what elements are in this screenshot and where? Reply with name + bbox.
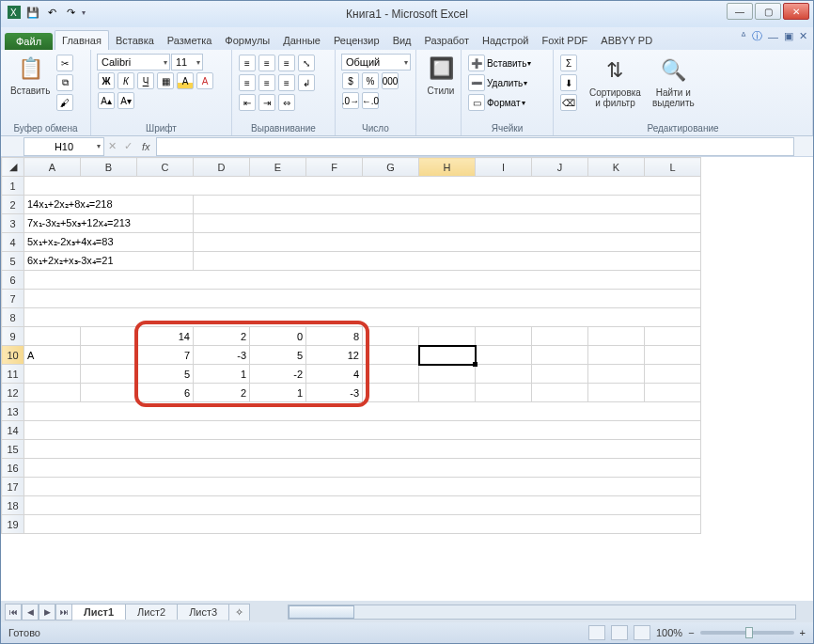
align-mid-icon[interactable]: ≡ (258, 55, 275, 71)
row-14[interactable]: 14 (2, 421, 24, 440)
col-A[interactable]: A (24, 158, 81, 177)
font-color-icon[interactable]: A (196, 72, 213, 89)
wrap-text-icon[interactable]: ↲ (298, 74, 315, 91)
cells-delete-button[interactable]: ➖Удалить▾ (467, 73, 527, 92)
col-F[interactable]: F (306, 158, 363, 177)
fill-icon[interactable]: ⬇ (560, 74, 577, 91)
row-11[interactable]: 11 (2, 365, 24, 384)
row-16[interactable]: 16 (2, 459, 24, 478)
align-center-icon[interactable]: ≡ (258, 74, 275, 91)
hscroll-thumb[interactable] (289, 605, 354, 619)
sheet-tab-3[interactable]: Лист3 (177, 604, 229, 620)
zoom-in-button[interactable]: + (800, 627, 806, 638)
formula-input[interactable] (156, 137, 794, 156)
sheet-tab-1[interactable]: Лист1 (71, 604, 126, 620)
tab-view[interactable]: Вид (386, 31, 418, 50)
format-painter-icon[interactable]: 🖌 (56, 94, 73, 111)
clear-icon[interactable]: ⌫ (560, 94, 577, 111)
cell-E12[interactable]: 1 (250, 384, 306, 402)
cell-C11[interactable]: 5 (137, 365, 194, 384)
align-top-icon[interactable]: ≡ (239, 55, 256, 71)
increase-font-icon[interactable]: A▴ (98, 92, 115, 109)
col-H[interactable]: H (419, 158, 476, 177)
tab-file[interactable]: Файл (5, 33, 53, 50)
minimize-button[interactable]: — (727, 3, 753, 20)
autosum-icon[interactable]: Σ (560, 55, 577, 71)
cell-H10-selected[interactable] (419, 346, 476, 365)
inc-decimal-icon[interactable]: .0→ (342, 92, 359, 109)
cell-C9[interactable]: 14 (137, 327, 194, 346)
tab-addins[interactable]: Надстрой (476, 31, 535, 50)
col-G[interactable]: G (363, 158, 419, 177)
row-7[interactable]: 7 (2, 290, 24, 308)
currency-icon[interactable]: $ (342, 72, 359, 89)
row-9[interactable]: 9 (2, 327, 24, 346)
name-box[interactable]: H10 (23, 137, 104, 156)
cell-E9[interactable]: 0 (250, 327, 306, 346)
cell-A2[interactable]: 14x₁+2x₂+8x₄=218 (24, 196, 194, 214)
ribbon-minimize-icon[interactable]: ᐞ (741, 30, 746, 42)
col-K[interactable]: K (588, 158, 645, 177)
cell-D11[interactable]: 1 (194, 365, 250, 384)
border-icon[interactable]: ▦ (157, 72, 174, 89)
cell-F10[interactable]: 12 (306, 346, 363, 365)
font-name-combo[interactable]: Calibri (97, 54, 170, 71)
cell-E10[interactable]: 5 (250, 346, 306, 365)
col-I[interactable]: I (476, 158, 532, 177)
fx-icon[interactable]: fx (142, 141, 150, 152)
col-B[interactable]: B (81, 158, 137, 177)
tab-review[interactable]: Рецензир (327, 31, 386, 50)
col-L[interactable]: L (645, 158, 701, 177)
tab-abbyy[interactable]: ABBYY PD (594, 31, 659, 50)
cell-D10[interactable]: -3 (194, 346, 250, 365)
new-sheet-button[interactable]: ✧ (228, 604, 250, 620)
cells-insert-button[interactable]: ➕Вставить▾ (467, 54, 531, 72)
doc-min-icon[interactable]: — (768, 31, 778, 42)
dec-indent-icon[interactable]: ⇤ (239, 94, 256, 111)
close-button[interactable]: ✕ (783, 3, 809, 20)
merge-icon[interactable]: ⇔ (278, 94, 295, 111)
row-19[interactable]: 19 (2, 515, 24, 534)
sheet-nav-next-icon[interactable]: ▶ (39, 604, 55, 620)
tab-formulas[interactable]: Формулы (218, 31, 276, 50)
view-break-icon[interactable] (634, 625, 650, 640)
cell-A4[interactable]: 5x₁+x₂-2x₃+4x₄=83 (24, 233, 194, 252)
cell-F9[interactable]: 8 (306, 327, 363, 346)
sheet-nav-first-icon[interactable]: ⏮ (5, 604, 22, 620)
maximize-button[interactable]: ▢ (755, 3, 781, 20)
save-icon[interactable]: 💾 (25, 5, 40, 20)
tab-data[interactable]: Данные (276, 31, 327, 50)
cut-icon[interactable]: ✂ (56, 55, 73, 71)
row-10[interactable]: 10 (2, 346, 24, 365)
cell-C12[interactable]: 6 (137, 384, 194, 402)
row-2[interactable]: 2 (2, 196, 24, 214)
row-18[interactable]: 18 (2, 496, 24, 515)
decrease-font-icon[interactable]: A▾ (117, 92, 134, 109)
sheet-tab-2[interactable]: Лист2 (125, 604, 178, 620)
cell-A5[interactable]: 6x₁+2x₂+x₃-3x₄=21 (24, 252, 194, 271)
tab-foxit[interactable]: Foxit PDF (535, 31, 594, 50)
cell-A3[interactable]: 7x₁-3x₂+5x₃+12x₄=213 (24, 214, 194, 233)
number-format-combo[interactable]: Общий (341, 54, 411, 71)
cell-C10[interactable]: 7 (137, 346, 194, 365)
col-J[interactable]: J (532, 158, 588, 177)
row-1[interactable]: 1 (2, 177, 24, 196)
styles-button[interactable]: 🔲 Стили (420, 52, 462, 98)
tab-insert[interactable]: Вставка (109, 31, 161, 50)
paste-button[interactable]: 📋 Вставить (5, 52, 55, 98)
row-4[interactable]: 4 (2, 233, 24, 252)
cell-A10[interactable]: A (24, 346, 81, 365)
help-icon[interactable]: ⓘ (752, 29, 762, 43)
align-bot-icon[interactable]: ≡ (278, 55, 295, 71)
percent-icon[interactable]: % (362, 72, 379, 89)
horizontal-scrollbar[interactable] (288, 605, 796, 620)
bold-button[interactable]: Ж (98, 72, 115, 89)
enter-formula-icon[interactable]: ✓ (124, 140, 133, 152)
undo-icon[interactable]: ↶ (44, 5, 59, 20)
sheet-nav-last-icon[interactable]: ⏭ (55, 604, 72, 620)
col-C[interactable]: C (137, 158, 194, 177)
col-D[interactable]: D (194, 158, 250, 177)
view-layout-icon[interactable] (611, 625, 628, 640)
zoom-slider[interactable] (700, 631, 794, 635)
sort-filter-button[interactable]: ⇅ Сортировка и фильтр (584, 54, 647, 110)
